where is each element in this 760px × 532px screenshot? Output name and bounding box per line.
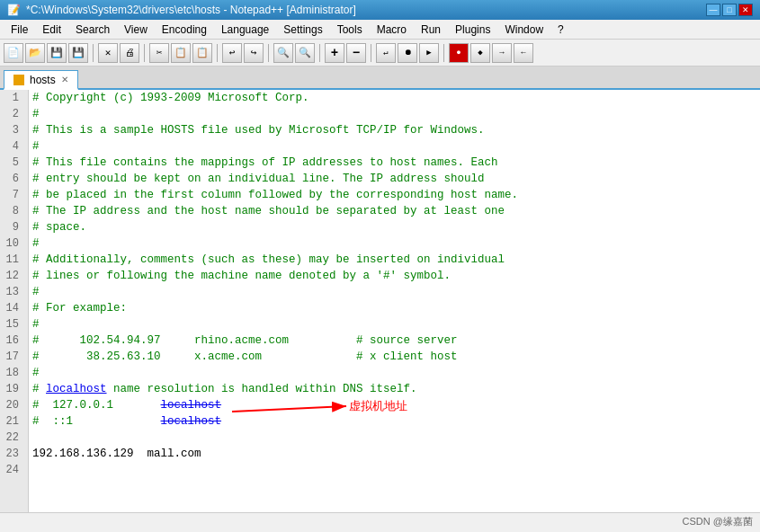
macro-button[interactable]: ⏺ [398,43,417,63]
close-button[interactable]: ✕ [738,4,753,16]
toolbar-sep-1 [93,44,94,62]
code-line-5: # This file contains the mappings of IP … [32,155,756,171]
menu-encoding[interactable]: Encoding [155,22,214,38]
code-line-24 [32,462,756,478]
code-line-4: # [32,138,756,155]
toolbar: 📄 📂 💾 💾 ✕ 🖨 ✂ 📋 📋 ↩ ↪ 🔍 🔍 + − ↵ ⏺ ▶ ● ◆ … [0,40,760,66]
maximize-button[interactable]: □ [722,4,737,16]
menu-edit[interactable]: Edit [35,22,68,38]
menu-run[interactable]: Run [414,22,448,38]
menu-macro[interactable]: Macro [370,22,414,38]
cut-button[interactable]: ✂ [149,43,169,63]
title-bar: 📝 *C:\Windows\System32\drivers\etc\hosts… [0,0,760,20]
code-line-6: # entry should be kept on an individual … [32,171,756,187]
code-line-12: # lines or following the machine name de… [32,268,756,284]
outdent-button[interactable]: ← [514,43,533,63]
code-line-14: # For example: [32,300,756,316]
zoom-out-button[interactable]: − [346,43,366,63]
line-number-13: 13 [0,284,23,300]
line-number-24: 24 [0,462,23,478]
menu-window[interactable]: Window [497,22,550,38]
saveall-button[interactable]: 💾 [68,43,88,63]
tab-icon [13,75,24,85]
line-number-22: 22 [0,430,23,446]
code-line-8: # The IP address and the host name shoul… [32,203,756,219]
menu-file[interactable]: File [4,22,35,38]
line-number-18: 18 [0,365,23,381]
menu-language[interactable]: Language [214,22,276,38]
line-numbers: 123456789101112131415161718192021222324 [0,90,29,512]
code-line-19: # localhost name resolution is handled w… [32,381,756,397]
code-line-9: # space. [32,219,756,235]
line-number-15: 15 [0,316,23,332]
status-bar: CSDN @缘嘉菌 [0,512,760,530]
code-line-23: 192.168.136.129 mall.com [32,446,756,462]
find-replace-button[interactable]: 🔍 [295,43,315,63]
menu-help[interactable]: ? [550,22,571,38]
title-bar-text: *C:\Windows\System32\drivers\etc\hosts -… [26,4,701,16]
save-button[interactable]: 💾 [47,43,67,63]
code-line-1: # Copyright (c) 1993-2009 Microsoft Corp… [32,90,756,106]
new-button[interactable]: 📄 [4,43,23,63]
indent-button[interactable]: → [492,43,512,63]
menu-plugins[interactable]: Plugins [448,22,497,38]
copy-button[interactable]: 📋 [171,43,191,63]
line-number-7: 7 [0,187,23,203]
menu-tools[interactable]: Tools [330,22,370,38]
menu-search[interactable]: Search [68,22,117,38]
line-number-1: 1 [0,90,23,106]
paste-button[interactable]: 📋 [192,43,212,63]
code-line-13: # [32,284,756,300]
bookmarks-button[interactable]: ◆ [470,43,490,63]
line-number-16: 16 [0,332,23,349]
menu-bar: File Edit Search View Encoding Language … [0,20,760,40]
undo-button[interactable]: ↩ [222,43,242,63]
code-line-7: # be placed in the first column followed… [32,187,756,203]
line-number-6: 6 [0,171,23,187]
editor-container: 123456789101112131415161718192021222324 … [0,90,760,512]
open-button[interactable]: 📂 [25,43,45,63]
line-number-8: 8 [0,203,23,219]
line-number-10: 10 [0,235,23,252]
line-number-2: 2 [0,106,23,122]
find-button[interactable]: 🔍 [273,43,293,63]
code-line-16: # 102.54.94.97 rhino.acme.com # source s… [32,332,756,349]
code-line-11: # Additionally, comments (such as these)… [32,252,756,268]
line-number-4: 4 [0,138,23,155]
line-number-12: 12 [0,268,23,284]
line-number-20: 20 [0,397,23,413]
line-number-19: 19 [0,381,23,397]
wrap-button[interactable]: ↵ [376,43,396,63]
code-line-15: # [32,316,756,332]
tab-close-icon[interactable]: ✕ [61,75,68,84]
tab-label: hosts [30,74,56,86]
title-bar-icon: 📝 [7,4,21,16]
close-doc-button[interactable]: ✕ [98,43,118,63]
tab-hosts[interactable]: hosts ✕ [4,70,78,90]
redo-button[interactable]: ↪ [244,43,264,63]
line-number-21: 21 [0,413,23,430]
code-line-22 [32,430,756,446]
editor-content[interactable]: # Copyright (c) 1993-2009 Microsoft Corp… [29,90,760,512]
minimize-button[interactable]: — [706,4,720,16]
watermark: CSDN @缘嘉菌 [683,515,753,528]
line-number-9: 9 [0,219,23,235]
line-number-11: 11 [0,252,23,268]
menu-settings[interactable]: Settings [276,22,329,38]
toolbar-sep-4 [268,44,269,62]
line-number-14: 14 [0,300,23,316]
run-macro-button[interactable]: ▶ [419,43,439,63]
menu-view[interactable]: View [117,22,155,38]
toolbar-sep-2 [144,44,145,62]
zoom-in-button[interactable]: + [325,43,344,63]
sync-button[interactable]: ● [449,43,469,63]
line-number-17: 17 [0,349,23,365]
line-number-23: 23 [0,446,23,462]
line-number-5: 5 [0,155,23,171]
print-button[interactable]: 🖨 [120,43,139,63]
code-line-20: # 127.0.0.1 localhost [32,397,756,413]
title-bar-buttons: — □ ✕ [706,4,753,16]
toolbar-sep-3 [217,44,218,62]
toolbar-sep-5 [319,44,320,62]
tab-bar: hosts ✕ [0,66,760,90]
